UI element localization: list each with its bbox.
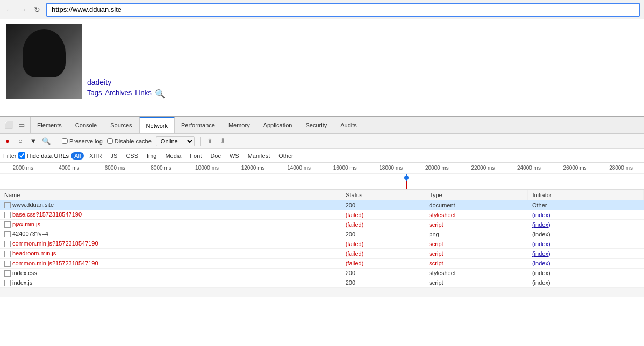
- file-icon: [4, 212, 11, 218]
- cell-status: 200: [341, 278, 425, 287]
- address-bar[interactable]: [46, 3, 640, 17]
- preserve-log-label[interactable]: Preserve log: [62, 138, 103, 145]
- tab-elements[interactable]: Elements: [31, 117, 69, 133]
- cell-type: script: [425, 278, 528, 287]
- tl-8000: 8000 ms: [138, 165, 184, 171]
- preserve-log-checkbox[interactable]: [62, 138, 68, 144]
- cell-initiator[interactable]: (index): [528, 258, 644, 268]
- timeline-marker: [406, 174, 407, 190]
- tab-sources[interactable]: Sources: [104, 117, 139, 133]
- tl-6000: 6000 ms: [92, 165, 138, 171]
- archives-link[interactable]: Archives: [105, 89, 132, 99]
- links-link[interactable]: Links: [135, 89, 151, 99]
- cell-status: 200: [341, 268, 425, 278]
- filter-type-doc[interactable]: Doc: [207, 152, 224, 160]
- table-row[interactable]: common.min.js?1572318547190 (failed) scr…: [0, 258, 644, 268]
- cell-initiator[interactable]: (index): [528, 249, 644, 258]
- file-icon: [4, 221, 11, 228]
- cell-name: www.dduan.site: [0, 200, 341, 210]
- cell-type: script: [425, 249, 528, 258]
- timeline-marker-bottom: [406, 181, 407, 190]
- browser-chrome: ← → ↻: [0, 0, 644, 19]
- clear-icon[interactable]: ○: [16, 137, 25, 146]
- filter-label: Filter: [3, 153, 16, 159]
- cell-type: stylesheet: [425, 210, 528, 220]
- devtools-toolbar: ● ○ ▼ 🔍 Preserve log Disable cache Onlin…: [0, 134, 644, 149]
- tl-18000: 18000 ms: [368, 165, 414, 171]
- network-table-container[interactable]: Name Status Type Initiator www.dduan.sit…: [0, 190, 644, 297]
- record-icon[interactable]: ●: [3, 137, 12, 146]
- table-row[interactable]: index.css 200 stylesheet (index): [0, 268, 644, 278]
- throttle-select[interactable]: Online Fast 3G Slow 3G Offline: [156, 136, 195, 146]
- tab-memory[interactable]: Memory: [222, 117, 257, 133]
- avatar: [6, 24, 82, 99]
- filter-type-manifest[interactable]: Manifest: [245, 152, 274, 160]
- table-row[interactable]: headroom.min.js (failed) script (index): [0, 249, 644, 258]
- filter-type-other[interactable]: Other: [275, 152, 297, 160]
- filter-type-font[interactable]: Font: [187, 152, 205, 160]
- file-icon: [4, 231, 11, 237]
- tl-12000: 12000 ms: [230, 165, 276, 171]
- reload-button[interactable]: ↻: [32, 5, 42, 15]
- table-row[interactable]: index.js 200 script (index): [0, 278, 644, 287]
- filter-type-img[interactable]: Img: [144, 152, 160, 160]
- back-button[interactable]: ←: [4, 5, 14, 15]
- table-row[interactable]: common.min.js?1572318547190 (failed) scr…: [0, 239, 644, 249]
- network-table: Name Status Type Initiator www.dduan.sit…: [0, 190, 644, 288]
- cell-status: (failed): [341, 210, 425, 220]
- inspect-icon[interactable]: ⬜: [3, 120, 14, 131]
- filter-icon[interactable]: ▼: [29, 137, 38, 146]
- tl-24000: 24000 ms: [506, 165, 552, 171]
- table-row[interactable]: www.dduan.site 200 document Other: [0, 200, 644, 210]
- cell-status: 200: [341, 200, 425, 210]
- export-icon[interactable]: ⇩: [219, 137, 227, 146]
- tab-application[interactable]: Application: [257, 117, 299, 133]
- hide-data-urls-label[interactable]: Hide data URLs: [18, 152, 69, 159]
- cell-initiator[interactable]: (index): [528, 220, 644, 229]
- search-icon[interactable]: 🔍: [155, 89, 166, 99]
- filter-type-xhr[interactable]: XHR: [86, 152, 105, 160]
- filter-row: Filter Hide data URLs All XHR JS CSS Img…: [0, 149, 644, 163]
- site-name-link[interactable]: dadeity: [87, 78, 166, 86]
- devtools-panel: ⬜ ▭ Elements Console Sources Network Per…: [0, 116, 644, 297]
- tags-link[interactable]: Tags: [87, 89, 102, 99]
- cell-name: index.css: [0, 268, 341, 278]
- filter-type-all[interactable]: All: [71, 152, 84, 160]
- cell-type: script: [425, 220, 528, 229]
- devtools-tabs: ⬜ ▭ Elements Console Sources Network Per…: [0, 117, 644, 134]
- tab-audits[interactable]: Audits: [334, 117, 364, 133]
- cell-name: headroom.min.js: [0, 249, 341, 258]
- disable-cache-checkbox[interactable]: [107, 138, 113, 144]
- cell-initiator: (index): [528, 278, 644, 287]
- cell-status: (failed): [341, 220, 425, 229]
- tab-security[interactable]: Security: [299, 117, 334, 133]
- cell-name: common.min.js?1572318547190: [0, 239, 341, 249]
- search-icon[interactable]: 🔍: [42, 137, 51, 146]
- file-icon: [4, 280, 11, 286]
- hide-data-urls-checkbox[interactable]: [18, 152, 25, 159]
- table-row[interactable]: 4240073?v=4 200 png (index): [0, 229, 644, 239]
- table-row[interactable]: base.css?1572318547190 (failed) styleshe…: [0, 210, 644, 220]
- separator-1: [56, 137, 56, 146]
- table-row[interactable]: pjax.min.js (failed) script (index): [0, 220, 644, 229]
- filter-type-css[interactable]: CSS: [123, 152, 141, 160]
- tab-performance[interactable]: Performance: [175, 117, 222, 133]
- col-header-type: Type: [425, 190, 528, 200]
- file-icon: [4, 261, 11, 267]
- timeline: 2000 ms 4000 ms 6000 ms 8000 ms 10000 ms…: [0, 163, 644, 190]
- forward-button[interactable]: →: [18, 5, 28, 15]
- tab-console[interactable]: Console: [69, 117, 104, 133]
- cell-initiator[interactable]: (index): [528, 210, 644, 220]
- filter-type-js[interactable]: JS: [108, 152, 121, 160]
- disable-cache-label[interactable]: Disable cache: [107, 138, 152, 145]
- device-icon[interactable]: ▭: [16, 120, 27, 131]
- import-icon[interactable]: ⇧: [206, 137, 214, 146]
- filter-type-ws[interactable]: WS: [226, 152, 242, 160]
- filter-type-media[interactable]: Media: [162, 152, 184, 160]
- tl-2000: 2000 ms: [0, 165, 46, 171]
- cell-initiator: Other: [528, 200, 644, 210]
- cell-initiator[interactable]: (index): [528, 239, 644, 249]
- separator-2: [200, 137, 201, 146]
- tab-network[interactable]: Network: [139, 117, 175, 133]
- cell-type: document: [425, 200, 528, 210]
